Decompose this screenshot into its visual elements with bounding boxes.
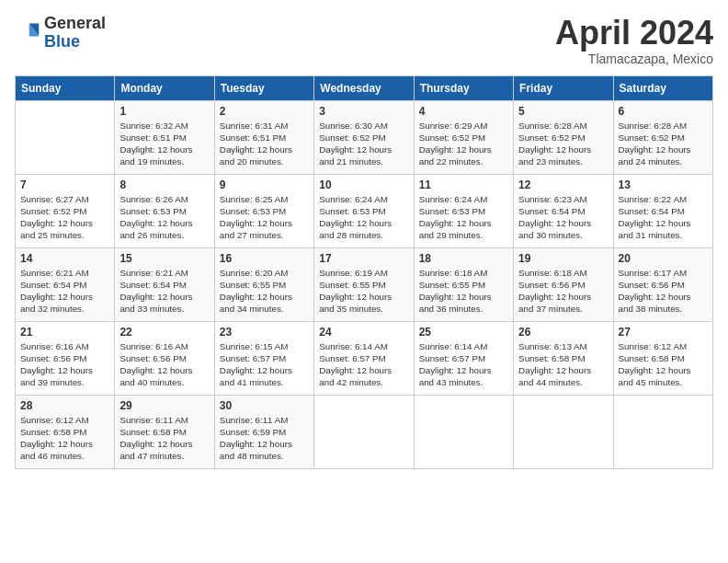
day-info: Sunrise: 6:13 AMSunset: 6:58 PMDaylight:… — [518, 340, 608, 389]
day-number: 27 — [619, 326, 708, 339]
day-info: Sunrise: 6:32 AMSunset: 6:51 PMDaylight:… — [119, 120, 209, 168]
day-info: Sunrise: 6:12 AMSunset: 6:58 PMDaylight:… — [619, 340, 708, 389]
day-cell: 27Sunrise: 6:12 AMSunset: 6:58 PMDayligh… — [613, 321, 712, 395]
day-cell: 2Sunrise: 6:31 AMSunset: 6:51 PMDaylight… — [214, 100, 313, 174]
day-info: Sunrise: 6:25 AMSunset: 6:53 PMDaylight:… — [220, 193, 309, 242]
day-info: Sunrise: 6:29 AMSunset: 6:52 PMDaylight:… — [419, 120, 508, 168]
col-header-friday: Friday — [514, 75, 613, 100]
day-cell: 11Sunrise: 6:24 AMSunset: 6:53 PMDayligh… — [414, 174, 513, 247]
day-cell: 6Sunrise: 6:28 AMSunset: 6:52 PMDaylight… — [613, 100, 712, 174]
day-cell — [613, 395, 712, 468]
day-number: 18 — [419, 252, 508, 265]
day-info: Sunrise: 6:26 AMSunset: 6:53 PMDaylight:… — [119, 193, 209, 242]
day-number: 14 — [20, 252, 109, 265]
day-info: Sunrise: 6:18 AMSunset: 6:55 PMDaylight:… — [419, 267, 508, 316]
week-row-3: 14Sunrise: 6:21 AMSunset: 6:54 PMDayligh… — [16, 247, 713, 321]
day-cell: 24Sunrise: 6:14 AMSunset: 6:57 PMDayligh… — [314, 321, 414, 395]
col-header-saturday: Saturday — [613, 75, 712, 100]
day-cell: 10Sunrise: 6:24 AMSunset: 6:53 PMDayligh… — [314, 174, 414, 247]
day-cell — [314, 395, 414, 468]
day-cell: 19Sunrise: 6:18 AMSunset: 6:56 PMDayligh… — [514, 247, 613, 321]
day-number: 7 — [20, 178, 109, 191]
day-number: 15 — [119, 252, 209, 265]
day-info: Sunrise: 6:11 AMSunset: 6:59 PMDaylight:… — [220, 414, 309, 463]
day-cell: 3Sunrise: 6:30 AMSunset: 6:52 PMDaylight… — [314, 100, 414, 174]
day-number: 28 — [20, 399, 109, 412]
day-number: 3 — [319, 105, 408, 118]
day-cell: 1Sunrise: 6:32 AMSunset: 6:51 PMDaylight… — [115, 100, 214, 174]
day-cell: 12Sunrise: 6:23 AMSunset: 6:54 PMDayligh… — [514, 174, 613, 247]
day-info: Sunrise: 6:14 AMSunset: 6:57 PMDaylight:… — [419, 340, 508, 389]
day-number: 30 — [220, 399, 309, 412]
calendar-header-row: SundayMondayTuesdayWednesdayThursdayFrid… — [16, 75, 713, 100]
day-cell: 28Sunrise: 6:12 AMSunset: 6:58 PMDayligh… — [16, 395, 115, 468]
day-info: Sunrise: 6:21 AMSunset: 6:54 PMDaylight:… — [20, 267, 109, 316]
day-number: 4 — [419, 105, 508, 118]
day-cell — [514, 395, 613, 468]
day-cell: 20Sunrise: 6:17 AMSunset: 6:56 PMDayligh… — [613, 247, 712, 321]
day-number: 9 — [220, 178, 309, 191]
day-info: Sunrise: 6:23 AMSunset: 6:54 PMDaylight:… — [518, 193, 608, 242]
day-number: 24 — [319, 326, 408, 339]
day-info: Sunrise: 6:20 AMSunset: 6:55 PMDaylight:… — [220, 267, 309, 316]
week-row-4: 21Sunrise: 6:16 AMSunset: 6:56 PMDayligh… — [16, 321, 713, 395]
logo-text: General Blue — [44, 15, 106, 52]
day-cell: 5Sunrise: 6:28 AMSunset: 6:52 PMDaylight… — [514, 100, 613, 174]
day-number: 22 — [119, 326, 209, 339]
day-number: 20 — [619, 252, 708, 265]
day-info: Sunrise: 6:28 AMSunset: 6:52 PMDaylight:… — [518, 120, 608, 168]
col-header-tuesday: Tuesday — [214, 75, 313, 100]
day-number: 1 — [119, 105, 209, 118]
day-info: Sunrise: 6:12 AMSunset: 6:58 PMDaylight:… — [20, 414, 109, 463]
day-number: 10 — [319, 178, 408, 191]
col-header-thursday: Thursday — [414, 75, 513, 100]
day-info: Sunrise: 6:27 AMSunset: 6:52 PMDaylight:… — [20, 193, 109, 242]
day-cell — [16, 100, 115, 174]
day-info: Sunrise: 6:16 AMSunset: 6:56 PMDaylight:… — [119, 340, 209, 389]
day-info: Sunrise: 6:28 AMSunset: 6:52 PMDaylight:… — [619, 120, 708, 168]
day-number: 19 — [518, 252, 608, 265]
day-number: 17 — [319, 252, 408, 265]
day-cell: 8Sunrise: 6:26 AMSunset: 6:53 PMDaylight… — [115, 174, 214, 247]
day-cell: 21Sunrise: 6:16 AMSunset: 6:56 PMDayligh… — [16, 321, 115, 395]
day-number: 2 — [220, 105, 309, 118]
day-number: 8 — [119, 178, 209, 191]
page-header: General Blue April 2024 Tlamacazapa, Mex… — [15, 15, 713, 66]
day-cell: 25Sunrise: 6:14 AMSunset: 6:57 PMDayligh… — [414, 321, 513, 395]
week-row-2: 7Sunrise: 6:27 AMSunset: 6:52 PMDaylight… — [16, 174, 713, 247]
day-info: Sunrise: 6:14 AMSunset: 6:57 PMDaylight:… — [319, 340, 408, 389]
day-cell: 14Sunrise: 6:21 AMSunset: 6:54 PMDayligh… — [16, 247, 115, 321]
day-number: 12 — [518, 178, 608, 191]
day-info: Sunrise: 6:15 AMSunset: 6:57 PMDaylight:… — [220, 340, 309, 389]
day-number: 25 — [419, 326, 508, 339]
day-cell: 4Sunrise: 6:29 AMSunset: 6:52 PMDaylight… — [414, 100, 513, 174]
day-cell: 9Sunrise: 6:25 AMSunset: 6:53 PMDaylight… — [214, 174, 313, 247]
day-info: Sunrise: 6:11 AMSunset: 6:58 PMDaylight:… — [119, 414, 209, 463]
day-cell: 29Sunrise: 6:11 AMSunset: 6:58 PMDayligh… — [115, 395, 214, 468]
week-row-5: 28Sunrise: 6:12 AMSunset: 6:58 PMDayligh… — [16, 395, 713, 468]
col-header-sunday: Sunday — [16, 75, 115, 100]
day-cell — [414, 395, 513, 468]
day-number: 11 — [419, 178, 508, 191]
logo-icon — [15, 20, 40, 46]
day-number: 16 — [220, 252, 309, 265]
day-info: Sunrise: 6:19 AMSunset: 6:55 PMDaylight:… — [319, 267, 408, 316]
day-info: Sunrise: 6:24 AMSunset: 6:53 PMDaylight:… — [419, 193, 508, 242]
day-number: 21 — [20, 326, 109, 339]
col-header-wednesday: Wednesday — [314, 75, 414, 100]
day-info: Sunrise: 6:16 AMSunset: 6:56 PMDaylight:… — [20, 340, 109, 389]
day-cell: 13Sunrise: 6:22 AMSunset: 6:54 PMDayligh… — [613, 174, 712, 247]
day-cell: 15Sunrise: 6:21 AMSunset: 6:54 PMDayligh… — [115, 247, 214, 321]
day-cell: 16Sunrise: 6:20 AMSunset: 6:55 PMDayligh… — [214, 247, 313, 321]
day-info: Sunrise: 6:18 AMSunset: 6:56 PMDaylight:… — [518, 267, 608, 316]
logo: General Blue — [15, 15, 106, 52]
day-cell: 30Sunrise: 6:11 AMSunset: 6:59 PMDayligh… — [214, 395, 313, 468]
day-info: Sunrise: 6:22 AMSunset: 6:54 PMDaylight:… — [619, 193, 708, 242]
day-info: Sunrise: 6:31 AMSunset: 6:51 PMDaylight:… — [220, 120, 309, 168]
calendar-table: SundayMondayTuesdayWednesdayThursdayFrid… — [15, 75, 713, 469]
day-cell: 18Sunrise: 6:18 AMSunset: 6:55 PMDayligh… — [414, 247, 513, 321]
col-header-monday: Monday — [115, 75, 214, 100]
day-info: Sunrise: 6:17 AMSunset: 6:56 PMDaylight:… — [619, 267, 708, 316]
day-number: 23 — [220, 326, 309, 339]
day-info: Sunrise: 6:24 AMSunset: 6:53 PMDaylight:… — [319, 193, 408, 242]
